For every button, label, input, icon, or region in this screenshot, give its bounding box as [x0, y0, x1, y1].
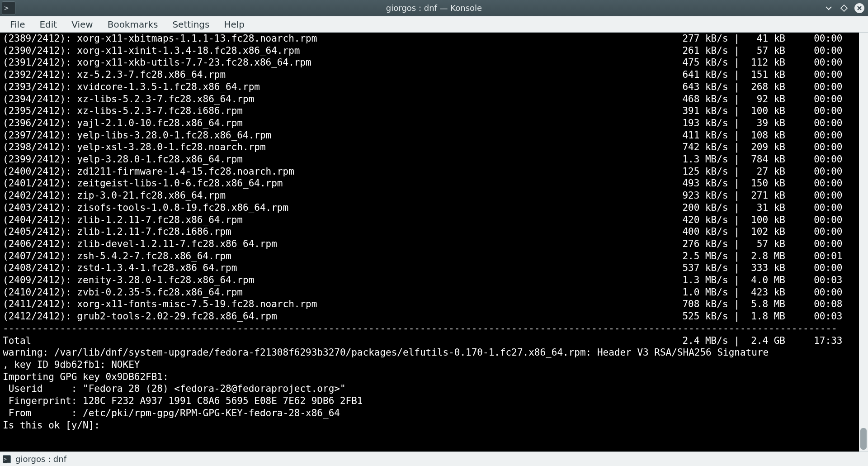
download-row: (2398/2412): yelp-xsl-3.28.0-1.fc28.noar… [3, 141, 865, 153]
total-label: Total [3, 335, 31, 347]
scrollbar-thumb[interactable] [860, 428, 867, 450]
separator-line: ----------------------------------------… [3, 323, 865, 335]
prompt-line[interactable]: Is this ok [y/N]: [3, 419, 865, 432]
window-title: giorgos : dnf — Konsole [386, 3, 482, 13]
download-row-right: 193 kB/s | 39 kB 00:00 [677, 117, 865, 129]
download-row-right: 708 kB/s | 5.8 MB 00:08 [677, 298, 865, 310]
download-row-right: 742 kB/s | 209 kB 00:00 [677, 141, 865, 153]
download-row-right: 276 kB/s | 57 kB 00:00 [677, 238, 865, 250]
download-row-right: 525 kB/s | 1.8 MB 00:03 [677, 310, 865, 323]
download-row-right: 1.3 MB/s | 784 kB 00:00 [677, 153, 865, 166]
download-row: (2404/2412): zlib-1.2.11-7.fc28.x86_64.r… [3, 214, 865, 226]
download-row-right: 200 kB/s | 31 kB 00:00 [677, 202, 865, 214]
scrollbar[interactable] [859, 33, 868, 452]
download-row: (2393/2412): xvidcore-1.3.5-1.fc28.x86_6… [3, 81, 865, 93]
download-row: (2400/2412): zd1211-firmware-1.4-15.fc28… [3, 166, 865, 178]
download-row-left: (2406/2412): zlib-devel-1.2.11-7.fc28.x8… [3, 238, 277, 250]
download-row: (2401/2412): zeitgeist-libs-1.0-6.fc28.x… [3, 177, 865, 190]
download-row-right: 400 kB/s | 102 kB 00:00 [677, 226, 865, 238]
download-row-left: (2411/2412): xorg-x11-fonts-misc-7.5-19.… [3, 298, 317, 310]
download-row-left: (2390/2412): xorg-x11-xinit-1.3.4-18.fc2… [3, 45, 300, 57]
menu-view[interactable]: View [64, 17, 100, 32]
output-line: , key ID 9db62fb1: NOKEY [3, 359, 865, 371]
download-row-left: (2407/2412): zsh-5.4.2-7.fc28.x86_64.rpm [3, 250, 231, 262]
menu-edit[interactable]: Edit [32, 17, 64, 32]
download-row: (2394/2412): xz-libs-5.2.3-7.fc28.x86_64… [3, 93, 865, 105]
download-row-left: (2399/2412): yelp-3.28.0-1.fc28.x86_64.r… [3, 153, 243, 166]
menu-settings[interactable]: Settings [165, 17, 217, 32]
download-row-right: 643 kB/s | 268 kB 00:00 [677, 81, 865, 93]
download-row-left: (2389/2412): xorg-x11-xbitmaps-1.1.1-13.… [3, 33, 317, 45]
download-row-right: 125 kB/s | 27 kB 00:00 [677, 166, 865, 178]
download-row-right: 1.3 MB/s | 4.0 MB 00:03 [677, 274, 865, 286]
download-row: (2410/2412): zvbi-0.2.35-5.fc28.x86_64.r… [3, 286, 865, 299]
download-row: (2389/2412): xorg-x11-xbitmaps-1.1.1-13.… [3, 33, 865, 45]
output-line: Userid : "Fedora 28 (28) <fedora-28@fedo… [3, 383, 865, 395]
download-row: (2403/2412): zisofs-tools-1.0.8-19.fc28.… [3, 202, 865, 214]
download-row: (2407/2412): zsh-5.4.2-7.fc28.x86_64.rpm… [3, 250, 865, 262]
download-row-left: (2391/2412): xorg-x11-xkb-utils-7.7-23.f… [3, 57, 311, 69]
download-row: (2405/2412): zlib-1.2.11-7.fc28.i686.rpm… [3, 226, 865, 238]
download-row-right: 641 kB/s | 151 kB 00:00 [677, 69, 865, 81]
download-row: (2402/2412): zip-3.0-21.fc28.x86_64.rpm … [3, 190, 865, 202]
output-line: warning: /var/lib/dnf/system-upgrade/fed… [3, 347, 865, 359]
total-right: 2.4 MB/s | 2.4 GB 17:33 [677, 335, 865, 347]
download-row: (2412/2412): grub2-tools-2.02-29.fc28.x8… [3, 310, 865, 323]
download-row-left: (2397/2412): yelp-libs-3.28.0-1.fc28.x86… [3, 129, 271, 142]
download-row: (2406/2412): zlib-devel-1.2.11-7.fc28.x8… [3, 238, 865, 250]
download-row: (2409/2412): zenity-3.28.0-1.fc28.x86_64… [3, 274, 865, 286]
download-row-left: (2400/2412): zd1211-firmware-1.4-15.fc28… [3, 166, 294, 178]
download-row-right: 2.5 MB/s | 2.8 MB 00:01 [677, 250, 865, 262]
download-row-right: 261 kB/s | 57 kB 00:00 [677, 45, 865, 57]
tab-label[interactable]: giorgos : dnf [15, 454, 66, 464]
menubar: File Edit View Bookmarks Settings Help [0, 16, 868, 33]
maximize-button[interactable] [839, 3, 849, 13]
download-row-left: (2412/2412): grub2-tools-2.02-29.fc28.x8… [3, 310, 277, 323]
download-row: (2411/2412): xorg-x11-fonts-misc-7.5-19.… [3, 298, 865, 310]
download-row: (2392/2412): xz-5.2.3-7.fc28.x86_64.rpm … [3, 69, 865, 81]
download-row: (2399/2412): yelp-3.28.0-1.fc28.x86_64.r… [3, 153, 865, 166]
download-row-left: (2398/2412): yelp-xsl-3.28.0-1.fc28.noar… [3, 141, 266, 153]
menu-file[interactable]: File [3, 17, 32, 32]
tabbar: >_ giorgos : dnf [0, 452, 868, 466]
download-row: (2397/2412): yelp-libs-3.28.0-1.fc28.x86… [3, 129, 865, 142]
download-row-left: (2395/2412): xz-libs-5.2.3-7.fc28.i686.r… [3, 105, 243, 117]
download-row-right: 277 kB/s | 41 kB 00:00 [677, 33, 865, 45]
window-controls [824, 0, 864, 16]
download-row-left: (2394/2412): xz-libs-5.2.3-7.fc28.x86_64… [3, 93, 254, 105]
download-row-left: (2401/2412): zeitgeist-libs-1.0-6.fc28.x… [3, 177, 283, 190]
download-row: (2408/2412): zstd-1.3.4-1.fc28.x86_64.rp… [3, 262, 865, 274]
download-row-left: (2409/2412): zenity-3.28.0-1.fc28.x86_64… [3, 274, 254, 286]
download-row-left: (2405/2412): zlib-1.2.11-7.fc28.i686.rpm [3, 226, 231, 238]
close-button[interactable] [854, 3, 864, 13]
download-row-right: 420 kB/s | 100 kB 00:00 [677, 214, 865, 226]
output-line: Importing GPG key 0x9DB62FB1: [3, 371, 865, 383]
download-row-right: 923 kB/s | 271 kB 00:00 [677, 190, 865, 202]
total-row: Total 2.4 MB/s | 2.4 GB 17:33 [3, 335, 865, 347]
menu-help[interactable]: Help [217, 17, 252, 32]
output-line: From : /etc/pki/rpm-gpg/RPM-GPG-KEY-fedo… [3, 407, 865, 419]
download-row-left: (2408/2412): zstd-1.3.4-1.fc28.x86_64.rp… [3, 262, 237, 274]
download-row-right: 411 kB/s | 108 kB 00:00 [677, 129, 865, 142]
download-row: (2395/2412): xz-libs-5.2.3-7.fc28.i686.r… [3, 105, 865, 117]
terminal-output[interactable]: (2389/2412): xorg-x11-xbitmaps-1.1.1-13.… [0, 33, 868, 431]
download-row-left: (2403/2412): zisofs-tools-1.0.8-19.fc28.… [3, 202, 288, 214]
download-row: (2391/2412): xorg-x11-xkb-utils-7.7-23.f… [3, 57, 865, 69]
menu-bookmarks[interactable]: Bookmarks [100, 17, 165, 32]
output-line: Fingerprint: 128C F232 A937 1991 C8A6 56… [3, 395, 865, 407]
download-row-left: (2392/2412): xz-5.2.3-7.fc28.x86_64.rpm [3, 69, 226, 81]
download-row-left: (2404/2412): zlib-1.2.11-7.fc28.x86_64.r… [3, 214, 243, 226]
tab-konsole-icon: >_ [3, 455, 11, 463]
app-icon: >_ [2, 1, 15, 15]
download-row-left: (2402/2412): zip-3.0-21.fc28.x86_64.rpm [3, 190, 226, 202]
download-row-left: (2410/2412): zvbi-0.2.35-5.fc28.x86_64.r… [3, 286, 243, 299]
download-row: (2396/2412): yajl-2.1.0-10.fc28.x86_64.r… [3, 117, 865, 129]
download-row-left: (2393/2412): xvidcore-1.3.5-1.fc28.x86_6… [3, 81, 260, 93]
minimize-button[interactable] [824, 3, 834, 13]
download-row-left: (2396/2412): yajl-2.1.0-10.fc28.x86_64.r… [3, 117, 243, 129]
download-row-right: 391 kB/s | 100 kB 00:00 [677, 105, 865, 117]
download-row-right: 468 kB/s | 92 kB 00:00 [677, 93, 865, 105]
terminal-viewport[interactable]: (2389/2412): xorg-x11-xbitmaps-1.1.1-13.… [0, 33, 868, 452]
download-row-right: 475 kB/s | 112 kB 00:00 [677, 57, 865, 69]
download-row-right: 537 kB/s | 333 kB 00:00 [677, 262, 865, 274]
